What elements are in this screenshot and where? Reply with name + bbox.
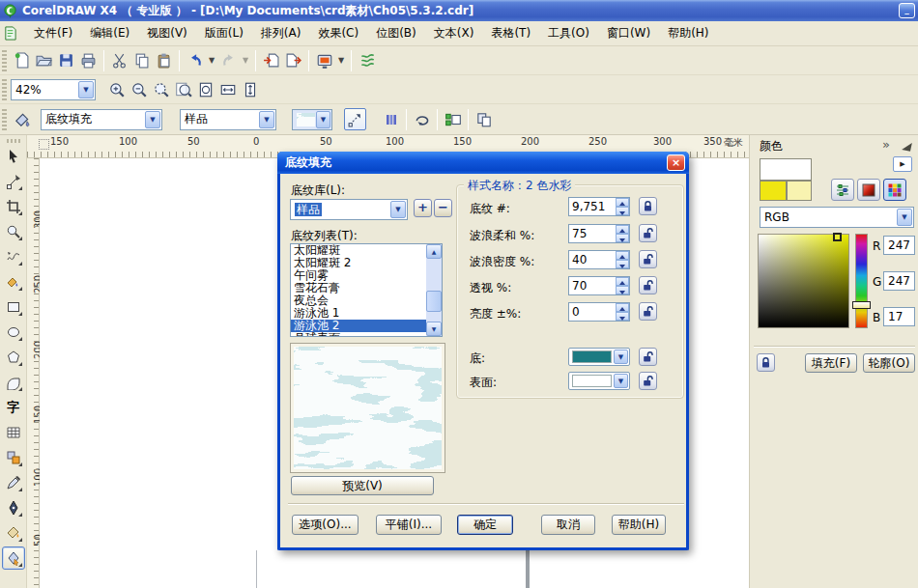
application-launcher-button[interactable] <box>313 49 335 71</box>
remove-library-button[interactable]: − <box>434 199 452 217</box>
lock-button-locked[interactable] <box>639 197 657 215</box>
menu-item-window[interactable]: 窗口(W) <box>598 22 659 44</box>
menu-item-text[interactable]: 文本(X) <box>425 22 483 44</box>
lock-button-unlocked[interactable] <box>639 276 657 294</box>
menu-item-file[interactable]: 文件(F) <box>25 22 81 44</box>
brightness-input[interactable]: 0 <box>568 302 630 322</box>
chevron-down-icon[interactable]: ▼ <box>614 350 628 364</box>
menu-item-help[interactable]: 帮助(H) <box>659 22 717 44</box>
texture-swatch-dropdown[interactable]: ▼ <box>292 109 332 130</box>
export-button[interactable] <box>282 49 304 71</box>
zoom-to-page-button[interactable] <box>194 78 216 100</box>
color-viewers-button[interactable] <box>857 179 880 201</box>
chevron-down-icon[interactable]: ▼ <box>390 201 406 218</box>
redo-button[interactable] <box>217 49 240 71</box>
toolbar-grip[interactable] <box>2 50 7 71</box>
color-sliders-button[interactable] <box>831 179 854 201</box>
docker-chevron-icon[interactable]: » <box>882 137 890 152</box>
chevron-down-icon[interactable]: ▼ <box>145 111 160 128</box>
color-field[interactable] <box>758 234 849 328</box>
save-button[interactable] <box>55 49 77 71</box>
help-button[interactable]: 帮助(H) <box>612 515 666 535</box>
lock-button-unlocked[interactable] <box>639 372 657 390</box>
menu-item-table[interactable]: 表格(T) <box>482 22 539 44</box>
hue-bar[interactable] <box>855 234 868 328</box>
scroll-up-button[interactable]: ▲ <box>426 244 442 259</box>
new-from-selected-button[interactable] <box>442 108 464 130</box>
swatch-white[interactable] <box>760 158 812 181</box>
list-item[interactable]: 夜总会 <box>291 294 427 307</box>
list-item[interactable]: 太阳耀斑 2 <box>291 257 427 269</box>
close-icon[interactable]: × <box>667 154 685 171</box>
docker-flyout-button[interactable]: ▶ <box>893 156 912 172</box>
list-item-selected[interactable]: 游泳池 2 <box>291 320 427 332</box>
zoom-in-button[interactable] <box>105 78 128 100</box>
dialog-title-bar[interactable]: 底纹填充 × <box>277 152 689 174</box>
chevron-down-icon[interactable]: ▼ <box>897 209 912 226</box>
import-button[interactable] <box>260 49 282 71</box>
scroll-down-button[interactable]: ▼ <box>426 322 442 336</box>
toolbar-grip[interactable] <box>2 109 7 130</box>
lock-button-unlocked[interactable] <box>639 302 657 321</box>
b-input[interactable]: 17 <box>883 307 915 326</box>
copy-button[interactable] <box>130 49 153 71</box>
tool-text[interactable]: 字 <box>2 396 25 419</box>
menu-item-layout[interactable]: 版面(L) <box>196 22 252 44</box>
docker-collapse-icon[interactable] <box>902 141 912 152</box>
menu-item-view[interactable]: 视图(V) <box>138 22 196 44</box>
redo-dropdown[interactable]: ▼ <box>240 49 251 71</box>
toolbox-grip[interactable] <box>7 139 20 143</box>
color-field-marker[interactable] <box>833 233 842 241</box>
tool-zoom[interactable] <box>2 220 25 243</box>
lock-button-unlocked[interactable] <box>639 250 657 268</box>
spinner[interactable] <box>616 198 629 215</box>
menu-item-tools[interactable]: 工具(O) <box>539 22 598 44</box>
chevron-down-icon[interactable]: ▼ <box>614 374 628 388</box>
zoom-to-all-objects-button[interactable] <box>172 78 194 100</box>
tool-basic-shapes[interactable] <box>2 371 25 394</box>
fill-color-button[interactable]: 填充(F) <box>805 353 857 373</box>
zoom-to-selection-button[interactable] <box>150 78 172 100</box>
spinner[interactable] <box>616 225 629 242</box>
tool-pick[interactable] <box>2 145 25 168</box>
tool-shape[interactable] <box>2 170 25 193</box>
chevron-down-icon[interactable]: ▼ <box>316 111 330 128</box>
list-item[interactable]: 游泳池 1 <box>291 307 427 320</box>
menu-item-effects[interactable]: 效果(C) <box>309 22 367 44</box>
edit-fill-interactively-toggle[interactable] <box>344 108 366 130</box>
open-button[interactable] <box>33 49 55 71</box>
bottom-color-dropdown[interactable]: ▼ <box>568 348 630 366</box>
tiling-button[interactable]: 平铺(I)... <box>376 515 442 535</box>
print-button[interactable] <box>77 49 100 71</box>
tool-table[interactable] <box>2 421 25 444</box>
r-input[interactable]: 247 <box>883 236 915 255</box>
list-item[interactable]: 太阳耀斑 <box>291 244 427 257</box>
tool-ellipse[interactable] <box>2 321 25 344</box>
add-library-button[interactable]: + <box>414 199 432 217</box>
copy-fill-properties-button[interactable] <box>411 108 433 130</box>
chevron-down-icon[interactable]: ▼ <box>78 81 94 98</box>
tool-smart-fill[interactable] <box>2 270 25 294</box>
tool-interactive-blend[interactable] <box>2 446 25 469</box>
surface-color-dropdown[interactable]: ▼ <box>568 372 630 390</box>
tool-eyedropper[interactable] <box>2 471 25 494</box>
wave-softness-input[interactable]: 75 <box>568 224 630 243</box>
list-item[interactable]: 午间雾 <box>291 269 427 282</box>
list-item[interactable]: 雪花石膏 <box>291 282 427 294</box>
zoom-to-page-height-button[interactable] <box>239 78 261 100</box>
color-lock-button[interactable] <box>757 353 775 372</box>
hue-slider[interactable] <box>852 301 871 309</box>
fill-bars-icon-button[interactable] <box>380 108 402 130</box>
lock-button-unlocked[interactable] <box>639 224 657 242</box>
undo-dropdown[interactable]: ▼ <box>206 49 217 71</box>
welcome-screen-button[interactable] <box>356 49 378 71</box>
swatch-yellow[interactable] <box>760 181 787 201</box>
paste-button[interactable] <box>153 49 175 71</box>
scroll-thumb[interactable] <box>426 291 442 312</box>
zoom-out-button[interactable] <box>128 78 150 100</box>
toolbar-grip[interactable] <box>2 79 7 100</box>
tool-outline-pen[interactable] <box>2 496 25 519</box>
preview-button[interactable]: 预览(V) <box>291 476 434 495</box>
tool-freehand[interactable] <box>2 245 25 268</box>
fill-type-combobox[interactable]: 底纹填充 ▼ <box>41 109 162 130</box>
